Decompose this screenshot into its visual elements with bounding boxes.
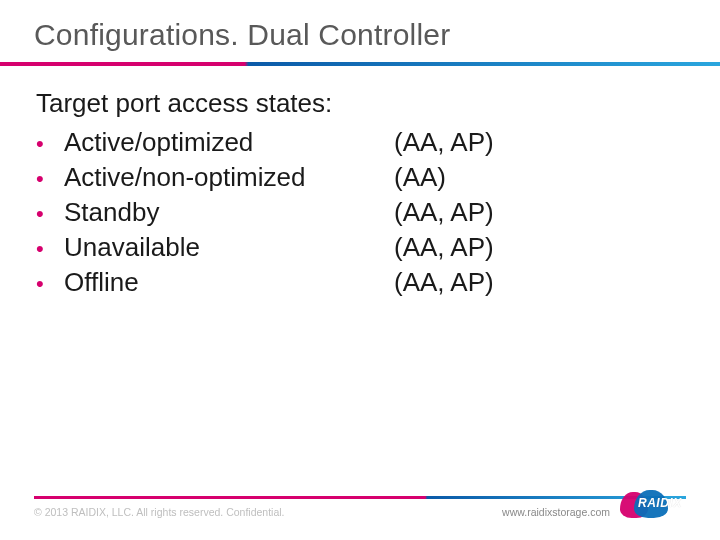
- list-item: • Standby (AA, AP): [36, 195, 684, 230]
- state-name: Unavailable: [64, 230, 394, 265]
- footer-url: www.raidixstorage.com: [502, 506, 610, 518]
- bullet-icon: •: [36, 269, 64, 299]
- copyright-text: © 2013 RAIDIX, LLC. All rights reserved.…: [34, 506, 285, 518]
- list-item: • Unavailable (AA, AP): [36, 230, 684, 265]
- list-item: • Offline (AA, AP): [36, 265, 684, 300]
- footer: © 2013 RAIDIX, LLC. All rights reserved.…: [0, 496, 720, 530]
- intro-text: Target port access states:: [36, 88, 684, 119]
- bullet-icon: •: [36, 129, 64, 159]
- bullet-icon: •: [36, 199, 64, 229]
- bullet-icon: •: [36, 234, 64, 264]
- state-name: Standby: [64, 195, 394, 230]
- state-modes: (AA): [394, 160, 446, 195]
- state-name: Offline: [64, 265, 394, 300]
- state-name: Active/non-optimized: [64, 160, 394, 195]
- title-divider: [34, 62, 686, 66]
- state-name: Active/optimized: [64, 125, 394, 160]
- state-modes: (AA, AP): [394, 125, 494, 160]
- slide: Configurations. Dual Controller Target p…: [0, 0, 720, 540]
- logo-text: RAIDIX: [638, 496, 682, 510]
- state-modes: (AA, AP): [394, 230, 494, 265]
- footer-divider: [34, 496, 686, 499]
- state-modes: (AA, AP): [394, 265, 494, 300]
- state-modes: (AA, AP): [394, 195, 494, 230]
- page-title: Configurations. Dual Controller: [34, 18, 686, 52]
- content-body: Target port access states: • Active/opti…: [0, 66, 720, 300]
- bullet-icon: •: [36, 164, 64, 194]
- list-item: • Active/non-optimized (AA): [36, 160, 684, 195]
- brand-logo: RAIDIX: [620, 490, 698, 520]
- list-item: • Active/optimized (AA, AP): [36, 125, 684, 160]
- title-area: Configurations. Dual Controller: [0, 0, 720, 66]
